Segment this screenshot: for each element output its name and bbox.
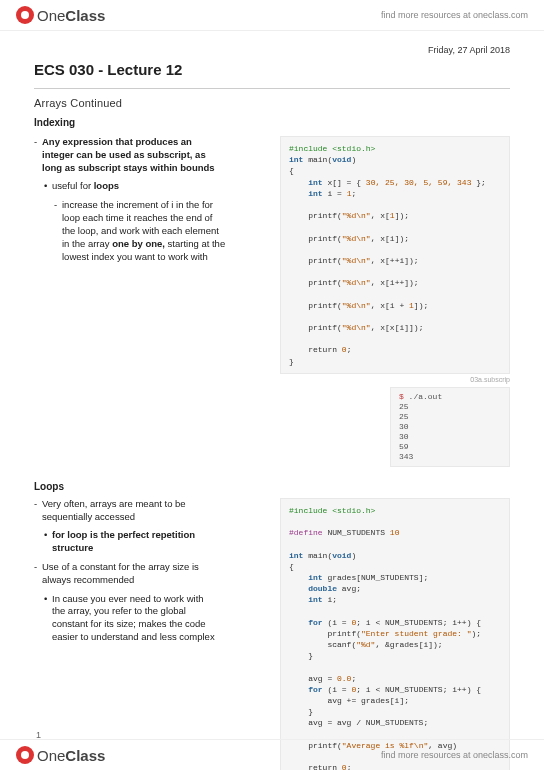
code-block-1: #include <stdio.h> int main(void) { int … — [280, 136, 510, 374]
divider — [34, 88, 510, 89]
logo-icon — [16, 6, 34, 24]
list-item: In cause you ever need to work with the … — [44, 593, 270, 644]
date: Friday, 27 April 2018 — [34, 45, 510, 55]
list-item: Very often, arrays are meant to be seque… — [34, 498, 270, 524]
code-block-2: #include <stdio.h> #define NUM_STUDENTS … — [280, 498, 510, 770]
list-item: for loop is the perfect repetition struc… — [44, 529, 270, 555]
list-item: Any expression that produces an integer … — [34, 136, 270, 174]
indexing-code-col: #include <stdio.h> int main(void) { int … — [280, 136, 510, 467]
indexing-heading: Indexing — [34, 117, 510, 128]
header: OneClass find more resources at oneclass… — [0, 0, 544, 31]
logo-text-1: One — [37, 747, 65, 764]
list-item: useful for loops — [44, 180, 270, 193]
loops-text: Very often, arrays are meant to be seque… — [34, 498, 270, 770]
list-item: increase the increment of i in the for l… — [54, 199, 270, 263]
header-tagline: find more resources at oneclass.com — [381, 10, 528, 20]
logo-text-1: One — [37, 7, 65, 24]
footer-logo: OneClass — [16, 746, 105, 764]
subtitle: Arrays Continued — [34, 97, 510, 109]
loops-code-col: #include <stdio.h> #define NUM_STUDENTS … — [280, 498, 510, 770]
logo: OneClass — [16, 6, 105, 24]
footer-tagline: find more resources at oneclass.com — [381, 750, 528, 760]
logo-icon — [16, 746, 34, 764]
list-item: Use of a constant for the array size is … — [34, 561, 270, 587]
loops-heading: Loops — [34, 481, 510, 492]
code-caption-1: 03a.subscrip — [280, 376, 510, 383]
page-title: ECS 030 - Lecture 12 — [34, 61, 510, 78]
logo-text-2: Class — [65, 7, 105, 24]
loops-section: Very often, arrays are meant to be seque… — [34, 498, 510, 770]
footer: OneClass find more resources at oneclass… — [0, 739, 544, 770]
output-block-1: $ ./a.out 25 25 30 30 59 343 — [390, 387, 510, 467]
logo-text-2: Class — [65, 747, 105, 764]
indexing-section: Any expression that produces an integer … — [34, 136, 510, 467]
indexing-text: Any expression that produces an integer … — [34, 136, 270, 467]
page-content: Friday, 27 April 2018 ECS 030 - Lecture … — [0, 31, 544, 770]
